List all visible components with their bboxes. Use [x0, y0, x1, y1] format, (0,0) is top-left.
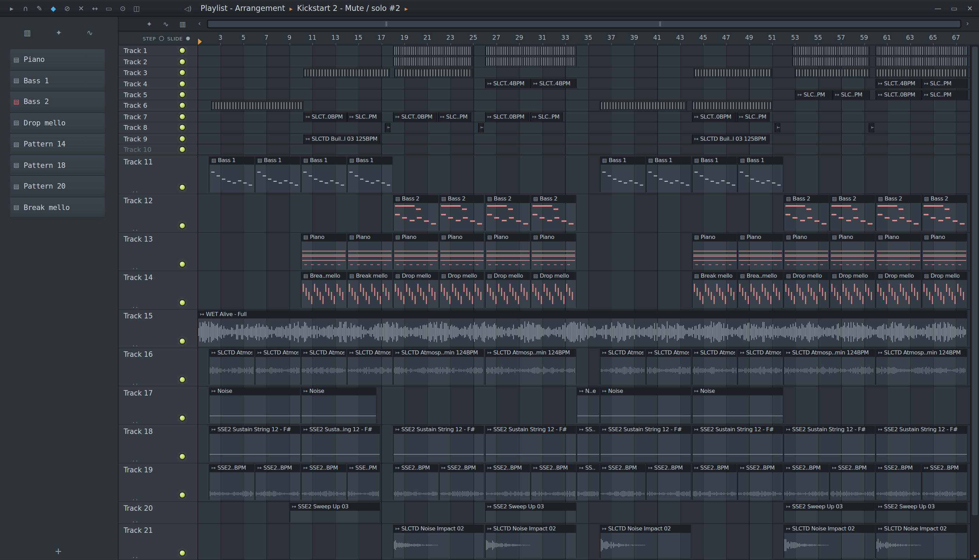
track-options-dots[interactable]: .. — [133, 516, 139, 523]
clip[interactable]: ▤Drop mello — [876, 272, 922, 308]
clip[interactable]: ↦SSE2 Sustain String 12 - F# — [209, 425, 301, 462]
slide-toggle[interactable] — [186, 37, 190, 40]
clip[interactable]: ↦SS.. — [577, 464, 600, 500]
clip[interactable]: ↦SLCTD Noise Impact 02 — [393, 524, 485, 558]
clip[interactable]: ↦SSE2 Sustain String 12 - F# — [600, 425, 692, 462]
clip[interactable]: ↦SLCT..0BPM — [303, 112, 347, 122]
clip[interactable]: ▤Piano — [347, 233, 393, 269]
track-header[interactable]: Track 2 — [118, 57, 197, 67]
clip[interactable]: ▤Bass 1 — [347, 156, 393, 192]
clip[interactable]: ↦SSE2..BPM — [393, 464, 439, 500]
track-mute-led[interactable] — [180, 415, 185, 420]
track-header[interactable]: Track 13.. — [118, 232, 197, 271]
clip[interactable]: ↦SSE..PM — [347, 464, 380, 500]
pattern-item[interactable]: ▤Piano — [10, 49, 105, 70]
clip[interactable] — [876, 46, 968, 55]
clip[interactable]: ▤Break mello — [692, 272, 738, 308]
clip[interactable]: ↦SLCT..0BPM — [393, 112, 437, 122]
playback-icon[interactable]: ◫ — [133, 4, 141, 13]
track-options-dots[interactable]: .. — [133, 302, 139, 308]
track-mute-led[interactable] — [180, 185, 185, 190]
clip[interactable]: ▤Drop mello — [393, 272, 439, 308]
speaker-icon[interactable]: ◁) — [184, 0, 192, 17]
clip[interactable]: ↦SLC..PM — [437, 112, 471, 122]
clip[interactable]: ↦ — [385, 123, 390, 133]
clip[interactable]: ↦SSE2..BPM — [530, 464, 577, 500]
track-mute-led[interactable] — [180, 48, 185, 53]
slide-tool-icon[interactable]: ∿ — [163, 20, 168, 28]
clip[interactable]: ▤Piano — [485, 233, 530, 269]
track-header[interactable]: Track 12.. — [118, 194, 197, 232]
clip[interactable]: ↦SLCT..4BPM — [485, 79, 530, 89]
clip[interactable]: ↦SSE2..BPM — [600, 464, 645, 500]
clip[interactable]: ↦SSE2..BPM — [301, 464, 347, 500]
vertical-scrollbar[interactable]: ▾ — [970, 45, 979, 560]
link-icon[interactable]: ∿ — [87, 28, 93, 37]
clip[interactable]: ▤Bass 2 — [922, 194, 967, 230]
track-mute-led[interactable] — [180, 300, 185, 305]
clip[interactable]: ↦SSE2 Sweep Up 03 — [485, 502, 577, 522]
track-options-dots[interactable]: .. — [133, 186, 139, 193]
track-options-dots[interactable]: .. — [133, 456, 139, 462]
clip[interactable]: ▤Bass 2 — [393, 194, 439, 230]
clip[interactable]: ↦ — [774, 123, 780, 133]
clip[interactable]: ▤Drop mello — [784, 272, 829, 308]
vertical-scrollbar-thumb[interactable] — [972, 47, 978, 515]
clip[interactable] — [692, 101, 772, 110]
clip[interactable]: ↦SLCTD Atmos — [209, 348, 255, 384]
headphones-icon[interactable]: ∩ — [22, 4, 30, 13]
clip[interactable] — [485, 46, 577, 55]
clip[interactable] — [694, 68, 772, 77]
clip[interactable]: ▤Piano — [922, 233, 967, 269]
clip[interactable]: ↦WET Alive - Full — [197, 310, 967, 346]
clip[interactable]: ↦SSE2..BPM — [829, 464, 875, 500]
clip[interactable]: ↦SSE2 Sustain String 12 - F# — [784, 425, 876, 462]
delete-icon[interactable]: ⊘ — [63, 4, 72, 13]
track-mute-led[interactable] — [180, 261, 185, 267]
clip[interactable]: ↦SLC..PM — [737, 112, 770, 122]
track-options-dots[interactable]: .. — [133, 340, 139, 347]
clip[interactable]: ↦SLCTD Atmos — [347, 348, 393, 384]
clip[interactable]: ↦SSE2..BPM — [645, 464, 691, 500]
clip[interactable]: ↦SLC..PM — [795, 90, 832, 100]
clip[interactable]: ↦Noise — [600, 387, 692, 423]
clip[interactable]: ▤Break mello — [347, 272, 393, 308]
track-mute-led[interactable] — [180, 114, 185, 119]
clip[interactable]: ↦SSE2 Sustain String 12 - F# — [876, 425, 968, 462]
clip[interactable]: ▤Bass 1 — [255, 156, 301, 192]
track-lane[interactable]: ↦↦↦↦ — [197, 122, 970, 133]
track-options-dots[interactable]: .. — [133, 417, 139, 424]
clip[interactable]: ↦ — [869, 123, 874, 133]
track-mute-led[interactable] — [180, 223, 185, 228]
pattern-item[interactable]: ▤Bass 1 — [10, 70, 105, 92]
clip[interactable] — [394, 68, 473, 77]
clip[interactable]: ▤Drop mello — [485, 272, 530, 308]
clip[interactable]: ▤Bass 2 — [829, 194, 875, 230]
clip[interactable]: ▤Piano — [393, 233, 439, 269]
clip[interactable]: ▤Piano — [829, 233, 875, 269]
clip[interactable] — [876, 57, 968, 67]
track-lane[interactable]: ▤Bass 1▤Bass 1▤Bass 1▤Bass 1▤Bass 1▤Bass… — [197, 155, 970, 194]
clip[interactable]: ↦SLCT..4BPM — [876, 79, 922, 89]
clip[interactable]: ▤Brea..mello — [738, 272, 784, 308]
track-mute-led[interactable] — [180, 103, 185, 108]
clip[interactable]: ▤Bass 1 — [209, 156, 255, 192]
clip[interactable] — [792, 46, 870, 55]
pattern-item[interactable]: ▤Break mello — [10, 197, 105, 218]
clip[interactable]: ↦SSE2 Sweep Up 03 — [784, 502, 876, 522]
clip[interactable]: ↦SLCTD Atmos — [600, 348, 645, 384]
clip[interactable]: ↦SLC..PM — [922, 79, 967, 89]
clip[interactable]: ▤Bass 1 — [645, 156, 691, 192]
clip[interactable]: ↦SLCTD Buil..l 03 125BPM — [303, 134, 380, 144]
clip[interactable]: ▤Piano — [738, 233, 784, 269]
clip[interactable]: ↦ — [478, 123, 484, 133]
track-options-dots[interactable]: .. — [133, 225, 139, 232]
mute-tool-icon[interactable]: ✕ — [77, 4, 85, 13]
track-header[interactable]: Track 16.. — [118, 348, 197, 386]
clip[interactable]: ▤Piano — [784, 233, 829, 269]
scroll-down-arrow[interactable]: ▾ — [971, 553, 979, 559]
clip[interactable] — [792, 57, 870, 67]
clip[interactable]: ↦SS.. — [577, 425, 600, 462]
pattern-grid-icon[interactable]: ▥ — [24, 28, 31, 37]
clip[interactable]: ↦SSE2..BPM — [255, 464, 301, 500]
